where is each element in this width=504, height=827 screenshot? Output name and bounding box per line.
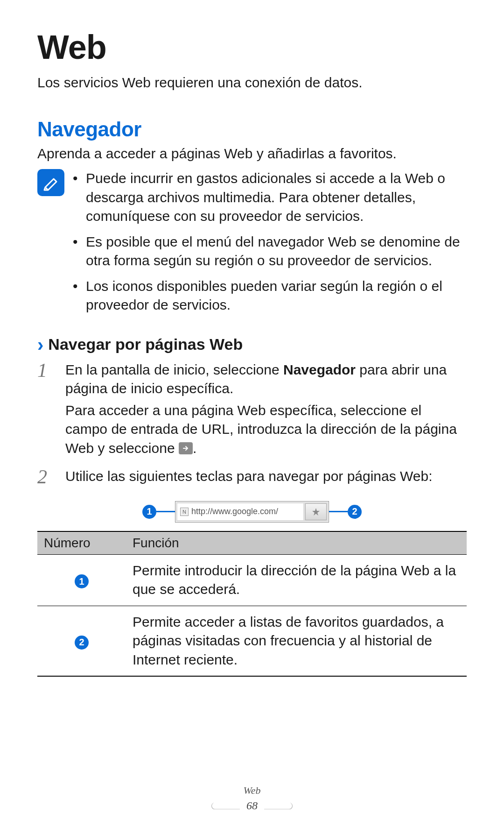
note-block: Puede incurrir en gastos adicionales si …	[37, 169, 467, 321]
note-item: Puede incurrir en gastos adicionales si …	[73, 169, 467, 226]
step-number: 1	[37, 360, 56, 461]
row-callout-icon: 1	[75, 574, 89, 588]
intro-text: Los servicios Web requieren una conexión…	[37, 75, 467, 91]
step-2: 2 Utilice las siguientes teclas para nav…	[37, 467, 467, 489]
callout-line	[329, 511, 348, 512]
table-header-function: Función	[126, 531, 467, 555]
url-bar-diagram: 1 N http://www.google.com/ 2	[37, 501, 467, 523]
page-title: Web	[37, 28, 467, 66]
subsection-heading: Navegar por páginas Web	[48, 335, 243, 353]
table-header-number: Número	[37, 531, 126, 555]
row-description: Permite introducir la dirección de la pá…	[126, 554, 467, 606]
favicon-icon: N	[180, 508, 189, 516]
section-heading: Navegador	[37, 118, 467, 141]
url-text: http://www.google.com/	[191, 507, 278, 516]
row-callout-icon: 2	[75, 636, 89, 650]
note-list: Puede incurrir en gastos adicionales si …	[73, 169, 467, 321]
row-description: Permite acceder a listas de favoritos gu…	[126, 606, 467, 676]
step-1: 1 En la pantalla de inicio, seleccione N…	[37, 360, 467, 461]
callout-1: 1	[142, 505, 156, 519]
url-bar-mockup: N http://www.google.com/	[175, 501, 329, 523]
callout-line	[156, 511, 175, 512]
url-input-mockup: N http://www.google.com/	[177, 503, 303, 520]
callout-2: 2	[348, 505, 362, 519]
footer-section-name: Web	[0, 785, 504, 797]
page-footer: Web 68	[0, 785, 504, 813]
note-item: Los iconos disponibles pueden variar seg…	[73, 277, 467, 315]
note-icon	[37, 169, 64, 196]
chevron-right-icon: ›	[37, 335, 43, 354]
section-subtext: Aprenda a acceder a páginas Web y añadir…	[37, 146, 467, 162]
step-number: 2	[37, 467, 56, 489]
note-item: Es posible que el menú del navegador Web…	[73, 233, 467, 270]
subsection-heading-row: › Navegar por páginas Web	[37, 335, 467, 354]
function-table: Número Función 1 Permite introducir la d…	[37, 531, 467, 677]
go-arrow-icon	[179, 442, 193, 454]
table-row: 1 Permite introducir la dirección de la …	[37, 554, 467, 606]
step-1-line-a: En la pantalla de inicio, seleccione Nav…	[65, 360, 467, 398]
table-row: 2 Permite acceder a listas de favoritos …	[37, 606, 467, 676]
step-2-text: Utilice las siguientes teclas para naveg…	[65, 467, 467, 486]
bookmark-button-mockup	[305, 503, 327, 520]
footer-page-number: 68	[240, 799, 264, 813]
step-1-line-b: Para acceder a una página Web específica…	[65, 401, 467, 458]
